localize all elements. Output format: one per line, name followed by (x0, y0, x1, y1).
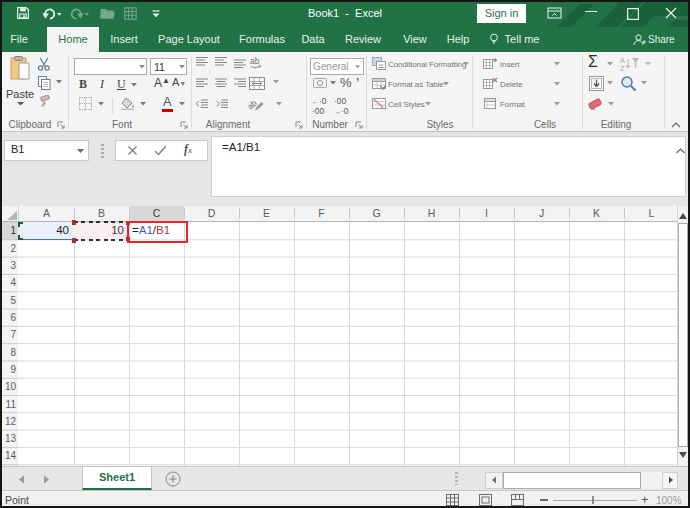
svg-text:ab: ab (250, 56, 260, 66)
svg-text:Z: Z (620, 64, 625, 71)
